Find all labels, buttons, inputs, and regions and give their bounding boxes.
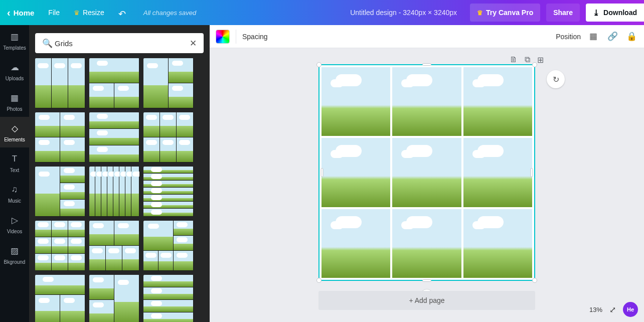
grid-cell[interactable] — [321, 138, 390, 207]
search-icon: 🔍 — [40, 38, 55, 49]
resize-handle-tl[interactable] — [316, 62, 321, 67]
home-button[interactable]: Home — [0, 0, 41, 25]
grid-template-thumb[interactable] — [143, 275, 194, 322]
separator — [236, 30, 236, 44]
share-button[interactable]: Share — [546, 4, 580, 22]
grid-template-thumb[interactable] — [89, 275, 139, 322]
elements-icon: ◇ — [9, 123, 20, 134]
link-icon[interactable]: 🔗 — [606, 30, 619, 43]
save-status: All changes saved — [133, 9, 197, 17]
templates-icon: ▥ — [9, 31, 20, 42]
resize-handle-br[interactable] — [532, 278, 537, 283]
undo-button[interactable] — [111, 0, 133, 25]
selected-grid-element[interactable]: ↻ — [318, 64, 535, 281]
spacing-button[interactable]: Spacing — [242, 33, 268, 41]
grid-cell[interactable] — [321, 67, 390, 136]
try-pro-button[interactable]: Try Canva Pro — [470, 4, 540, 22]
search-input[interactable] — [55, 39, 188, 48]
resize-handle-l[interactable] — [321, 168, 324, 177]
rail-uploads[interactable]: ☁Uploads — [0, 56, 29, 86]
crown-icon — [74, 9, 80, 17]
grid-cell[interactable] — [321, 209, 390, 278]
text-icon: T — [9, 153, 20, 165]
crown-icon — [477, 9, 483, 17]
photos-icon: ▦ — [9, 92, 20, 103]
zoom-controls: 13% ⤢ He — [589, 302, 638, 317]
lock-icon[interactable]: 🔒 — [625, 30, 638, 43]
download-icon — [593, 8, 599, 18]
grid-template-thumb[interactable] — [143, 58, 194, 108]
zoom-level[interactable]: 13% — [589, 306, 602, 313]
rail-templates[interactable]: ▥Templates — [0, 25, 29, 56]
add-page-button[interactable]: + Add page — [318, 291, 535, 310]
fullscreen-icon[interactable]: ⤢ — [609, 305, 616, 314]
refresh-layout-button[interactable]: ↻ — [547, 70, 565, 88]
grid-template-thumb[interactable] — [89, 221, 139, 271]
grid-cell[interactable] — [392, 209, 461, 278]
grid-cell[interactable] — [392, 138, 461, 207]
document-title[interactable]: Untitled design - 3240px × 3240px — [350, 9, 467, 17]
grid-template-thumb[interactable] — [35, 112, 85, 163]
resize-handle-bl[interactable] — [316, 278, 321, 283]
home-label: Home — [14, 9, 35, 17]
grid-template-thumb[interactable] — [35, 167, 85, 217]
rail-videos[interactable]: ▷Videos — [0, 209, 29, 239]
videos-icon: ▷ — [9, 215, 20, 226]
grid-cell[interactable] — [463, 67, 532, 136]
context-toolbar: Spacing Position ▦ 🔗 🔒 — [210, 25, 644, 48]
background-icon: ▨ — [9, 245, 20, 256]
canvas-stage[interactable]: 🗎 ⧉ ⊞ ↻ ↻ + Add page 13% ⤢ He — [210, 48, 644, 322]
grid-template-thumb[interactable] — [143, 112, 194, 163]
grid-template-thumb[interactable] — [89, 58, 139, 108]
grid-template-thumb[interactable] — [35, 58, 85, 108]
duplicate-page-icon[interactable]: ⧉ — [525, 55, 530, 65]
rail-text[interactable]: TText — [0, 147, 29, 178]
music-icon: ♫ — [9, 184, 20, 195]
grid-cell[interactable] — [463, 209, 532, 278]
rail-photos[interactable]: ▦Photos — [0, 86, 29, 117]
rail-background[interactable]: ▨Bkground — [0, 239, 29, 270]
grid-template-thumb[interactable] — [143, 221, 194, 271]
side-rail: ▥Templates ☁Uploads ▦Photos ◇Elements TT… — [0, 25, 29, 322]
color-swatch[interactable] — [216, 30, 230, 44]
rail-music[interactable]: ♫Music — [0, 178, 29, 209]
transparency-icon[interactable]: ▦ — [587, 30, 600, 43]
resize-handle-r[interactable] — [531, 168, 533, 177]
grid-template-thumb[interactable] — [89, 167, 139, 217]
chevron-left-icon — [7, 7, 11, 19]
grid-results — [35, 58, 204, 322]
position-button[interactable]: Position — [556, 33, 581, 41]
uploads-icon: ☁ — [9, 62, 20, 73]
elements-panel: 🔍 ✕ ◂ — [29, 25, 210, 322]
resize-handle-t[interactable] — [422, 63, 431, 66]
grid-template-thumb[interactable] — [89, 112, 139, 163]
help-button[interactable]: He — [623, 302, 638, 317]
grid-3x3 — [321, 67, 532, 278]
resize-button[interactable]: Resize — [67, 0, 111, 25]
add-notes-icon[interactable]: 🗎 — [510, 55, 518, 65]
undo-icon — [118, 9, 126, 17]
grid-template-thumb[interactable] — [143, 167, 194, 217]
add-page-icon[interactable]: ⊞ — [537, 55, 544, 65]
rail-elements[interactable]: ◇Elements — [0, 117, 29, 147]
top-bar: Home File Resize All changes saved Untit… — [0, 0, 644, 25]
search-box: 🔍 ✕ — [35, 33, 204, 53]
page-tools: 🗎 ⧉ ⊞ — [510, 55, 544, 65]
file-menu[interactable]: File — [41, 0, 67, 25]
grid-template-thumb[interactable] — [35, 275, 85, 322]
clear-search-icon[interactable]: ✕ — [188, 38, 199, 49]
grid-cell[interactable] — [463, 138, 532, 207]
resize-handle-b[interactable] — [422, 279, 431, 282]
resize-handle-tr[interactable] — [532, 62, 537, 67]
grid-template-thumb[interactable] — [35, 221, 85, 271]
download-button[interactable]: Download — [586, 4, 644, 22]
grid-cell[interactable] — [392, 67, 461, 136]
